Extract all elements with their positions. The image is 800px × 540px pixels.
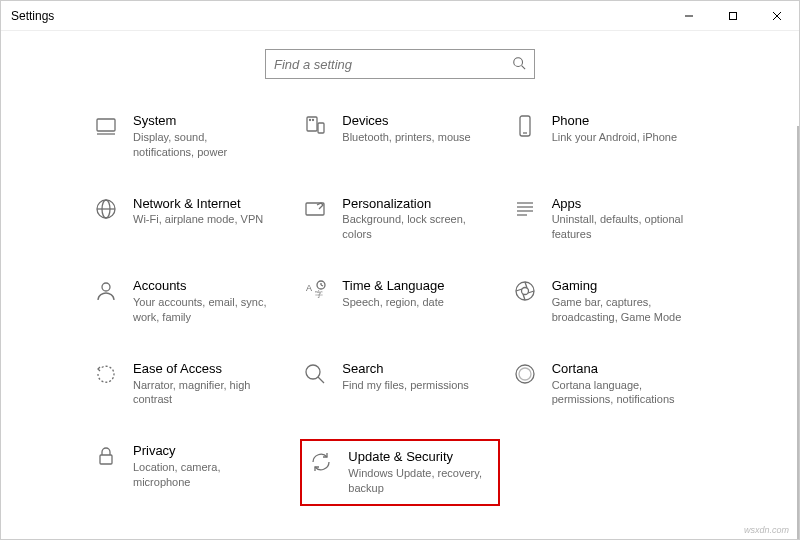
window-controls bbox=[667, 1, 799, 31]
title-bar: Settings bbox=[1, 1, 799, 31]
tile-phone[interactable]: Phone Link your Android, iPhone bbox=[510, 109, 709, 164]
accounts-icon bbox=[93, 278, 119, 304]
close-icon bbox=[772, 11, 782, 21]
window-title: Settings bbox=[11, 9, 54, 23]
minimize-icon bbox=[684, 11, 694, 21]
svg-point-29 bbox=[521, 288, 528, 295]
tile-title: Apps bbox=[552, 196, 687, 213]
watermark: wsxdn.com bbox=[744, 525, 789, 535]
tile-title: Cortana bbox=[552, 361, 687, 378]
tile-desc: Background, lock screen, colors bbox=[342, 212, 477, 242]
tile-devices[interactable]: Devices Bluetooth, printers, mouse bbox=[300, 109, 499, 164]
cortana-icon bbox=[512, 361, 538, 387]
tile-desc: Your accounts, email, sync, work, family bbox=[133, 295, 268, 325]
search-category-icon bbox=[302, 361, 328, 387]
svg-rect-17 bbox=[306, 203, 324, 215]
system-icon bbox=[93, 113, 119, 139]
time-language-icon: A字 bbox=[302, 278, 328, 304]
tile-desc: Narrator, magnifier, high contrast bbox=[133, 378, 268, 408]
tile-desc: Uninstall, defaults, optional features bbox=[552, 212, 687, 242]
personalization-icon bbox=[302, 196, 328, 222]
svg-text:字: 字 bbox=[315, 290, 323, 299]
svg-point-4 bbox=[514, 57, 523, 66]
tile-title: Search bbox=[342, 361, 469, 378]
tile-title: Personalization bbox=[342, 196, 477, 213]
tile-ease-of-access[interactable]: Ease of Access Narrator, magnifier, high… bbox=[91, 357, 290, 412]
tile-cortana[interactable]: Cortana Cortana language, permissions, n… bbox=[510, 357, 709, 412]
svg-line-31 bbox=[318, 377, 324, 383]
svg-rect-34 bbox=[100, 455, 112, 464]
tile-update-security[interactable]: Update & Security Windows Update, recove… bbox=[300, 439, 499, 506]
search-icon bbox=[512, 56, 526, 73]
tile-network[interactable]: Network & Internet Wi-Fi, airplane mode,… bbox=[91, 192, 290, 247]
tile-desc: Windows Update, recovery, backup bbox=[348, 466, 483, 496]
svg-point-33 bbox=[519, 368, 531, 380]
svg-rect-9 bbox=[318, 123, 324, 133]
maximize-button[interactable] bbox=[711, 1, 755, 31]
tile-desc: Game bar, captures, broadcasting, Game M… bbox=[552, 295, 687, 325]
tile-title: Network & Internet bbox=[133, 196, 263, 213]
svg-text:A: A bbox=[306, 283, 312, 293]
tile-desc: Link your Android, iPhone bbox=[552, 130, 677, 145]
minimize-button[interactable] bbox=[667, 1, 711, 31]
svg-point-22 bbox=[102, 283, 110, 291]
lock-icon bbox=[93, 443, 119, 469]
tile-system[interactable]: System Display, sound, notifications, po… bbox=[91, 109, 290, 164]
search-container bbox=[1, 49, 799, 79]
tile-desc: Find my files, permissions bbox=[342, 378, 469, 393]
gaming-icon bbox=[512, 278, 538, 304]
phone-icon bbox=[512, 113, 538, 139]
tile-title: Update & Security bbox=[348, 449, 483, 466]
close-button[interactable] bbox=[755, 1, 799, 31]
tile-title: System bbox=[133, 113, 268, 130]
svg-point-30 bbox=[306, 365, 320, 379]
tile-privacy[interactable]: Privacy Location, camera, microphone bbox=[91, 439, 290, 506]
tile-desc: Bluetooth, printers, mouse bbox=[342, 130, 470, 145]
apps-icon bbox=[512, 196, 538, 222]
tile-title: Time & Language bbox=[342, 278, 444, 295]
tile-title: Privacy bbox=[133, 443, 268, 460]
tile-desc: Display, sound, notifications, power bbox=[133, 130, 268, 160]
tile-desc: Speech, region, date bbox=[342, 295, 444, 310]
settings-grid: System Display, sound, notifications, po… bbox=[1, 109, 799, 506]
globe-icon bbox=[93, 196, 119, 222]
tile-accounts[interactable]: Accounts Your accounts, email, sync, wor… bbox=[91, 274, 290, 329]
tile-desc: Wi-Fi, airplane mode, VPN bbox=[133, 212, 263, 227]
tile-title: Accounts bbox=[133, 278, 268, 295]
svg-point-11 bbox=[313, 120, 314, 121]
tile-desc: Cortana language, permissions, notificat… bbox=[552, 378, 687, 408]
search-input[interactable] bbox=[274, 57, 512, 72]
tile-title: Ease of Access bbox=[133, 361, 268, 378]
tile-desc: Location, camera, microphone bbox=[133, 460, 268, 490]
svg-line-5 bbox=[522, 65, 526, 69]
search-box[interactable] bbox=[265, 49, 535, 79]
maximize-icon bbox=[728, 11, 738, 21]
svg-line-27 bbox=[321, 285, 323, 286]
tile-search[interactable]: Search Find my files, permissions bbox=[300, 357, 499, 412]
svg-point-28 bbox=[516, 282, 534, 300]
tile-apps[interactable]: Apps Uninstall, defaults, optional featu… bbox=[510, 192, 709, 247]
update-icon bbox=[308, 449, 334, 475]
svg-point-10 bbox=[310, 120, 311, 121]
tile-title: Gaming bbox=[552, 278, 687, 295]
tile-time-language[interactable]: A字 Time & Language Speech, region, date bbox=[300, 274, 499, 329]
devices-icon bbox=[302, 113, 328, 139]
tile-title: Phone bbox=[552, 113, 677, 130]
scrollbar[interactable] bbox=[797, 126, 799, 539]
svg-rect-8 bbox=[307, 117, 317, 131]
tile-personalization[interactable]: Personalization Background, lock screen,… bbox=[300, 192, 499, 247]
svg-rect-1 bbox=[730, 12, 737, 19]
ease-icon bbox=[93, 361, 119, 387]
tile-title: Devices bbox=[342, 113, 470, 130]
tile-gaming[interactable]: Gaming Game bar, captures, broadcasting,… bbox=[510, 274, 709, 329]
svg-rect-6 bbox=[97, 119, 115, 131]
